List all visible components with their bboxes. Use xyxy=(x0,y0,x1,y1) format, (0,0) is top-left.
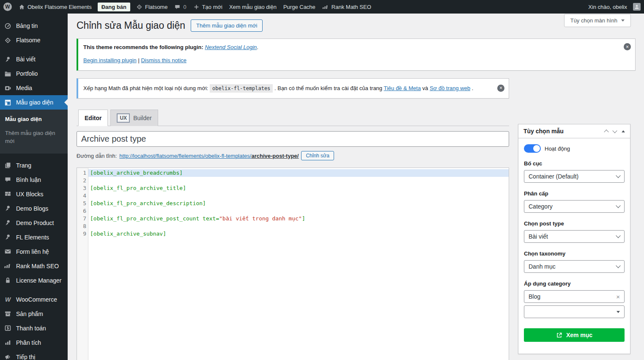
tab-ux-builder[interactable]: UX Builder xyxy=(110,110,158,126)
view-item-button[interactable]: Xem mục xyxy=(524,328,625,342)
media-camera-icon xyxy=(4,85,12,92)
sidebar-item-rank-math[interactable]: Rank Math SEO xyxy=(0,259,68,273)
view-template-link[interactable]: Xem mẫu giao diện xyxy=(226,0,280,14)
panel-header[interactable]: Tùy chọn mẫu xyxy=(518,124,630,138)
submenu-item-add-new[interactable]: Thêm mẫu giao diện mới xyxy=(0,126,68,148)
sidebar-label: Bảng tin xyxy=(16,22,38,29)
separator: | xyxy=(138,57,139,63)
category-search-input[interactable] xyxy=(524,305,625,318)
code-area[interactable]: [obelix_archive_breadcrumbs] [obelix_fl_… xyxy=(88,168,509,360)
comment-icon xyxy=(174,4,181,10)
remove-category-icon[interactable]: × xyxy=(616,294,620,300)
panel-title: Tùy chọn mẫu xyxy=(523,128,605,135)
sidebar-item-pages[interactable]: Trang xyxy=(0,158,68,173)
sidebar-item-posts[interactable]: Bài viết xyxy=(0,52,68,66)
dismiss-notice-link[interactable]: Dismiss this notice xyxy=(141,57,186,63)
tab-editor[interactable]: Editor xyxy=(78,110,108,126)
rank-math-chart-icon xyxy=(4,262,12,269)
move-up-icon[interactable] xyxy=(604,129,608,134)
category-chip: Blog xyxy=(529,293,616,300)
flatsome-diamond-icon xyxy=(136,4,143,10)
screen-options-label: Tùy chọn màn hình xyxy=(570,17,617,24)
comments-menu[interactable]: 0 xyxy=(171,0,189,14)
sidebar-item-dashboard[interactable]: Bảng tin xyxy=(0,19,68,33)
taxonomy-select-value: Danh mục xyxy=(529,263,617,270)
sidebar-item-templates[interactable]: Mẫu giao diện xyxy=(0,95,68,110)
flatsome-menu[interactable]: Flatsome xyxy=(133,0,171,14)
sidebar-label: Thanh toán xyxy=(16,325,46,332)
new-content-menu[interactable]: Tạo mới xyxy=(190,0,226,14)
collapse-panel-icon[interactable] xyxy=(622,130,625,132)
sidebar-item-ux-blocks[interactable]: UX Blocks xyxy=(0,187,68,201)
plus-icon xyxy=(193,4,200,10)
layout-select[interactable]: Container (Default) xyxy=(524,170,625,183)
move-down-icon[interactable] xyxy=(612,128,617,133)
edit-permalink-button[interactable]: Chỉnh sửa xyxy=(301,151,334,160)
template-options-panel: Tùy chọn mẫu Hoạt động Bố cục Container … xyxy=(518,124,630,354)
active-toggle[interactable] xyxy=(524,144,541,153)
sidebar-item-comments[interactable]: Bình luận xyxy=(0,173,68,187)
tab-ux-builder-label: Builder xyxy=(133,115,152,121)
shortcode-editor[interactable]: 1 2 3 4 5 6 7 8 9 [obelix_archive_breadc… xyxy=(77,168,509,360)
sidebar-item-products[interactable]: Sản phẩm xyxy=(0,307,68,321)
taxonomy-select[interactable]: Danh mục xyxy=(524,260,625,273)
sidebar-item-marketing[interactable]: Tiếp thị xyxy=(0,350,68,360)
notice-text: Xếp hạng Math đã phát hiện một loại nội … xyxy=(83,85,208,91)
code-line xyxy=(88,177,509,184)
sidebar-item-payments[interactable]: Thanh toán xyxy=(0,321,68,335)
admin-sidebar: Bảng tin Flatsome Bài viết Portfolio Med… xyxy=(0,14,68,360)
layout-field-label: Bố cục xyxy=(524,160,625,167)
add-new-template-button[interactable]: Thêm mẫu giao diện mới xyxy=(191,19,263,32)
wordpress-menu[interactable]: W xyxy=(0,0,15,14)
sidebar-label: Bình luận xyxy=(16,176,41,183)
layout-icon xyxy=(4,99,12,106)
post-type-select[interactable]: Bài viết xyxy=(524,230,625,243)
home-icon xyxy=(19,4,25,10)
sidebar-item-analytics[interactable]: Phân tích xyxy=(0,335,68,350)
chevron-down-icon xyxy=(616,173,620,178)
titles-meta-link[interactable]: Tiêu đề & Meta xyxy=(384,85,421,91)
category-field-label: Áp dụng category xyxy=(524,280,625,287)
editor-tabs: Editor UX Builder xyxy=(77,109,509,126)
submenu-item-templates[interactable]: Mẫu giao diện xyxy=(0,113,68,126)
begin-installing-plugin-link[interactable]: Begin installing plugin xyxy=(83,57,137,63)
active-toggle-label: Hoạt động xyxy=(545,146,570,152)
sidebar-item-woocommerce[interactable]: W WooCommerce xyxy=(0,292,68,307)
sidebar-item-demo-blogs[interactable]: Demo Blogs xyxy=(0,201,68,216)
code-line xyxy=(88,192,509,200)
sidebar-item-flatsome[interactable]: Flatsome xyxy=(0,33,68,47)
rank-math-menu[interactable]: Rank Math SEO xyxy=(319,0,375,14)
template-title-input[interactable] xyxy=(77,131,509,147)
purge-cache-link[interactable]: Purge Cache xyxy=(280,0,319,14)
sidebar-item-contact-form[interactable]: Form liên hệ xyxy=(0,245,68,259)
post-type-field-label: Chọn post type xyxy=(524,220,625,227)
sidebar-label: Trang xyxy=(16,162,31,169)
permalink-link[interactable]: http://localhost/flatsome/flelements/obe… xyxy=(119,153,299,159)
sidebar-item-fl-elements[interactable]: FL Elements xyxy=(0,230,68,245)
sidebar-item-demo-product[interactable]: Demo Product xyxy=(0,216,68,230)
chevron-down-icon xyxy=(616,203,620,208)
dropdown-caret-icon xyxy=(617,311,620,313)
sitemap-link[interactable]: Sơ đồ trang web xyxy=(430,85,470,91)
code-line: [obelix_archive_breadcrumbs] xyxy=(88,169,509,177)
hierarchy-select[interactable]: Category xyxy=(524,200,625,213)
view-template-label: Xem mẫu giao diện xyxy=(229,4,277,10)
account-menu[interactable]: Xin chào, obelix xyxy=(585,0,644,14)
product-box-icon xyxy=(4,310,12,317)
sidebar-label: Mẫu giao diện xyxy=(16,99,53,106)
sidebar-label: Media xyxy=(16,85,32,91)
sidebar-item-license-manager[interactable]: License Manager xyxy=(0,273,68,288)
site-name-link[interactable]: Obelix Flatsome Elements xyxy=(15,0,95,14)
sidebar-label: UX Blocks xyxy=(16,191,44,198)
sidebar-item-portfolio[interactable]: Portfolio xyxy=(0,66,68,81)
permalink-url: http://localhost/flatsome/flelements/obe… xyxy=(119,153,251,159)
code-line: [obelix_archive_subnav] xyxy=(88,230,509,238)
nextend-social-login-link[interactable]: Nextend Social Login xyxy=(205,44,257,50)
hierarchy-field-label: Phân cấp xyxy=(524,190,625,197)
dismiss-icon[interactable]: × xyxy=(497,85,504,92)
sidebar-item-media[interactable]: Media xyxy=(0,81,68,95)
dismiss-icon[interactable]: × xyxy=(624,43,631,50)
status-badge[interactable]: Đang bán xyxy=(98,3,130,11)
permalink-row: Đường dẫn tĩnh: http://localhost/flatsom… xyxy=(77,151,509,160)
screen-options-button[interactable]: Tùy chọn màn hình xyxy=(564,14,631,27)
